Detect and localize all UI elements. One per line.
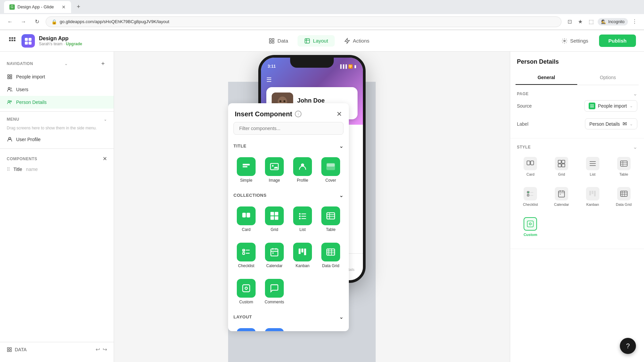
ic-item-comments[interactable]: Comments (262, 276, 287, 307)
incognito-button[interactable]: 🕵 Incognito (598, 18, 628, 25)
browser-tab-active[interactable]: G Design App - Glide ✕ (4, 1, 71, 13)
svg-rect-9 (29, 42, 32, 45)
collections-section-title: COLLECTIONS (233, 193, 267, 198)
data-button[interactable]: DATA (7, 347, 26, 352)
style-card-label: Card (526, 172, 534, 176)
style-item-grid[interactable]: Grid (548, 154, 575, 179)
source-value-button[interactable]: People import ⌄ (584, 100, 637, 112)
redo-button[interactable]: ↪ (103, 346, 107, 353)
ic-item-list[interactable]: List (290, 204, 315, 235)
svg-point-24 (8, 101, 10, 102)
style-item-list[interactable]: List (579, 154, 606, 179)
style-kanban-icon (586, 187, 599, 200)
sidebar-item-person-details[interactable]: Person Details (0, 96, 114, 109)
settings-button[interactable]: Settings (556, 35, 594, 47)
image-icon (265, 157, 284, 176)
new-tab-button[interactable]: + (74, 2, 83, 12)
help-button[interactable]: ? (620, 338, 636, 354)
style-item-table[interactable]: Table (610, 154, 637, 179)
components-close-button[interactable]: ✕ (103, 156, 107, 162)
app-icon (21, 34, 35, 48)
ic-item-card[interactable]: Card (233, 204, 259, 235)
ic-item-data-grid[interactable]: Data Grid (318, 240, 343, 271)
style-item-checklist[interactable]: Checklist (517, 184, 544, 209)
ic-item-container[interactable]: Container (233, 325, 259, 331)
ic-item-separator[interactable]: Separator (262, 325, 287, 331)
style-item-card[interactable]: Card (517, 154, 544, 179)
drag-handle-icon: ⠿ (7, 167, 10, 172)
component-item-title[interactable]: ⠿ Title name (0, 163, 114, 175)
style-item-kanban[interactable]: Kanban (579, 184, 606, 209)
custom-icon (237, 279, 256, 298)
bookmark-icon[interactable]: ★ (576, 18, 584, 26)
svg-rect-109 (594, 191, 596, 196)
ic-item-calendar[interactable]: Calendar (262, 240, 287, 271)
style-section-header[interactable]: STYLE ⌄ (517, 144, 637, 150)
svg-rect-10 (270, 39, 271, 40)
svg-rect-33 (270, 164, 278, 170)
svg-rect-2 (14, 37, 15, 39)
ic-item-kanban[interactable]: Kanban (290, 240, 315, 271)
sidebar-item-people-import[interactable]: People import (0, 70, 114, 83)
ic-item-simple[interactable]: Simple (233, 155, 259, 185)
ic-item-cover[interactable]: Cover (318, 155, 343, 185)
svg-rect-89 (558, 164, 561, 167)
extensions-icon[interactable]: ⬚ (587, 18, 595, 26)
style-data-grid-label: Data Grid (616, 202, 632, 206)
ic-item-profile[interactable]: Profile (290, 155, 315, 185)
svg-point-18 (564, 40, 565, 42)
svg-rect-19 (8, 75, 9, 76)
upgrade-link[interactable]: Upgrade (66, 42, 82, 46)
ic-item-image[interactable]: Image (262, 155, 287, 185)
tab-title: Design App - Glide (17, 4, 54, 9)
page-section-header[interactable]: PAGE ⌄ (517, 90, 637, 97)
navigation-title: NAVIGATION (7, 61, 33, 66)
publish-button[interactable]: Publish (599, 35, 636, 47)
nav-actions[interactable]: Actions (337, 35, 376, 47)
forward-button[interactable]: → (19, 17, 28, 26)
address-bar[interactable]: 🔒 go.glideapps.com/app/sHoQEhK79BCg8pugJ… (46, 16, 561, 27)
ic-item-checklist[interactable]: Checklist (233, 240, 259, 271)
style-kanban-label: Kanban (586, 202, 599, 206)
hamburger-icon: ☰ (266, 76, 272, 83)
reload-button[interactable]: ↻ (32, 17, 42, 26)
person-details-icon (7, 99, 13, 105)
menu-icon[interactable]: ⋮ (631, 18, 639, 26)
menu-title: MENU (7, 117, 19, 122)
ic-item-grid[interactable]: Grid (262, 204, 287, 235)
title-section-chevron: ⌄ (339, 143, 343, 149)
label-value-button[interactable]: Person Details ✉ ⌄ (585, 118, 637, 129)
sidebar-item-user-profile[interactable]: User Profile (0, 133, 114, 146)
layout-section-header[interactable]: LAYOUT ⌄ (228, 311, 349, 323)
table-label: Table (326, 227, 336, 232)
style-item-data-grid[interactable]: Data Grid (610, 184, 637, 209)
layout-grid: Container Separator (228, 323, 349, 331)
ic-close-button[interactable]: ✕ (336, 110, 342, 118)
ic-search-input[interactable] (233, 122, 343, 135)
style-item-custom[interactable]: Custom (517, 215, 544, 239)
svg-rect-28 (10, 348, 11, 349)
rp-tab-general[interactable]: General (516, 71, 577, 85)
collections-section-header[interactable]: COLLECTIONS ⌄ (228, 189, 349, 201)
title-section-header[interactable]: TITLE ⌄ (228, 140, 349, 152)
rp-tab-options[interactable]: Options (577, 71, 639, 85)
menu-section-header[interactable]: MENU ⌄ (0, 114, 114, 124)
ic-item-custom[interactable]: Custom (233, 276, 259, 307)
cast-icon[interactable]: ⊡ (566, 18, 574, 26)
ic-info-button[interactable]: i (295, 111, 302, 117)
undo-button[interactable]: ↩ (96, 346, 100, 353)
navigation-section-header[interactable]: NAVIGATION ⌄ + (0, 57, 114, 70)
nav-data[interactable]: Data (262, 35, 295, 47)
style-item-calendar[interactable]: Calendar (548, 184, 575, 209)
svg-rect-30 (10, 350, 11, 352)
browser-toolbar: ← → ↻ 🔒 go.glideapps.com/app/sHoQEhK79BC… (0, 14, 644, 30)
back-button[interactable]: ← (5, 17, 15, 26)
source-label: Source (517, 103, 532, 109)
sidebar-item-users[interactable]: Users (0, 83, 114, 96)
nav-layout[interactable]: Layout (298, 35, 335, 47)
tab-close-button[interactable]: ✕ (62, 4, 66, 10)
svg-rect-29 (7, 350, 9, 352)
drag-hint: Drag screens here to show them in the si… (0, 124, 114, 133)
navigation-add-button[interactable]: + (99, 60, 107, 68)
ic-item-table[interactable]: Table (318, 204, 343, 235)
